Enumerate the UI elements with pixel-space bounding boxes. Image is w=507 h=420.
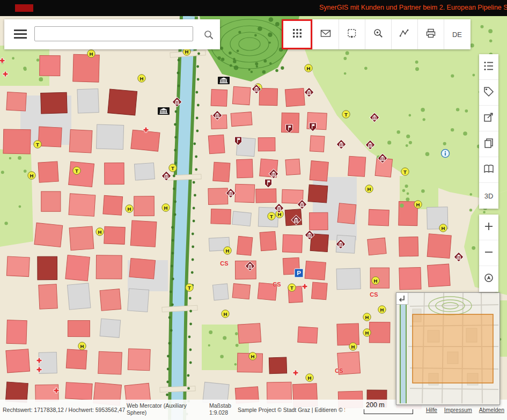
copy-button[interactable] xyxy=(479,131,498,157)
tram-stop-marker[interactable]: T xyxy=(288,284,296,291)
bus-stop-marker[interactable]: H xyxy=(96,228,104,235)
svg-text:H: H xyxy=(164,205,168,211)
search-panel xyxy=(4,19,220,49)
minus-icon xyxy=(483,246,495,260)
tram-stop-marker[interactable]: T xyxy=(268,212,275,220)
collapse-arrow-icon xyxy=(396,293,408,304)
help-link[interactable]: Hilfe xyxy=(426,407,437,413)
svg-text:H: H xyxy=(251,353,255,359)
svg-text:T: T xyxy=(344,112,348,117)
svg-text:H: H xyxy=(140,76,144,82)
printer-icon xyxy=(425,28,436,41)
bus-stop-marker[interactable]: H xyxy=(126,205,133,212)
legend-button[interactable] xyxy=(479,157,498,183)
zoom-out-button[interactable] xyxy=(479,240,498,266)
zoom-circle-icon xyxy=(373,28,384,41)
svg-text:CS: CS xyxy=(220,260,228,267)
bus-stop-marker[interactable]: H xyxy=(363,313,371,321)
imprint-link[interactable]: Impressum xyxy=(444,407,472,413)
logout-link[interactable]: Abmelden xyxy=(479,407,504,413)
civic-building-marker[interactable] xyxy=(218,77,230,84)
bus-stop-marker[interactable]: H xyxy=(372,277,379,284)
tram-stop-marker[interactable]: T xyxy=(342,110,350,118)
zoom-select-button[interactable] xyxy=(365,19,391,49)
projection-label: Web Mercator (Auxiliary Sphere) xyxy=(127,402,187,416)
tram-stop-marker[interactable]: T xyxy=(73,167,80,174)
bus-stop-marker[interactable]: H xyxy=(138,75,145,82)
bus-stop-marker[interactable]: H xyxy=(439,224,447,232)
svg-text:H: H xyxy=(226,248,230,254)
bus-stop-marker[interactable]: H xyxy=(224,247,231,254)
tram-stop-marker[interactable]: T xyxy=(34,141,41,148)
mail-icon xyxy=(320,28,331,41)
toc-button[interactable] xyxy=(479,54,498,80)
svg-text:H: H xyxy=(185,49,189,55)
overview-extent-box[interactable] xyxy=(413,314,493,383)
search-input[interactable] xyxy=(34,26,193,41)
tram-stop-marker[interactable]: T xyxy=(401,168,409,175)
svg-text:T: T xyxy=(75,168,78,174)
ticker-text: SynerGIS mit Kunden und Partner beim 2. … xyxy=(319,4,507,11)
cs-marker[interactable]: CS xyxy=(335,367,343,374)
inset-collapse-button[interactable] xyxy=(396,293,408,305)
tram-stop-marker[interactable]: T xyxy=(186,284,193,291)
search-icon[interactable] xyxy=(203,29,215,41)
language-button[interactable]: DE xyxy=(444,19,470,49)
locate-icon xyxy=(483,272,495,286)
zoom-controls xyxy=(479,215,498,292)
cs-marker[interactable]: CS xyxy=(220,260,228,267)
svg-text:H: H xyxy=(98,229,102,235)
zoom-in-button[interactable] xyxy=(479,215,498,240)
bus-stop-marker[interactable]: H xyxy=(222,310,229,318)
menu-button[interactable] xyxy=(13,27,28,41)
overview-map[interactable] xyxy=(396,292,500,405)
print-button[interactable] xyxy=(417,19,444,49)
locate-button[interactable] xyxy=(479,266,498,292)
language-label: DE xyxy=(452,31,462,39)
overview-map-canvas xyxy=(396,293,498,403)
bus-stop-marker[interactable]: H xyxy=(305,64,312,72)
apps-grid-icon xyxy=(292,28,303,41)
bus-stop-marker[interactable]: H xyxy=(349,343,357,350)
bus-stop-marker[interactable]: H xyxy=(28,172,35,179)
svg-text:H: H xyxy=(128,206,131,212)
copy-pages-icon xyxy=(483,137,495,151)
info-marker[interactable] xyxy=(442,150,450,158)
svg-text:H: H xyxy=(368,186,371,192)
svg-text:T: T xyxy=(188,285,191,291)
three-d-button[interactable]: 3D xyxy=(479,183,498,209)
bus-stop-marker[interactable]: H xyxy=(87,50,95,57)
svg-text:H: H xyxy=(90,51,93,57)
bus-stop-marker[interactable]: H xyxy=(306,374,313,381)
scale-readout: Maßstab 1:9.028 xyxy=(209,402,231,416)
news-ticker-bar: SynerGIS mit Kunden und Partner beim 2. … xyxy=(0,0,507,16)
ticker-badge xyxy=(15,4,33,12)
bus-stop-marker[interactable]: H xyxy=(78,342,86,350)
mail-button[interactable] xyxy=(312,19,339,49)
svg-text:H: H xyxy=(374,278,378,284)
svg-text:T: T xyxy=(36,142,39,148)
plus-icon xyxy=(483,220,495,234)
select-button[interactable] xyxy=(339,19,365,49)
cs-marker[interactable]: CS xyxy=(370,291,378,298)
svg-text:H: H xyxy=(30,173,34,179)
bus-stop-marker[interactable]: H xyxy=(365,185,373,193)
bus-stop-marker[interactable]: H xyxy=(414,201,422,208)
tram-stop-marker[interactable]: T xyxy=(169,164,177,172)
apps-button[interactable] xyxy=(282,19,312,49)
cs-marker[interactable]: CS xyxy=(273,281,281,288)
bus-stop-marker[interactable]: H xyxy=(162,204,170,211)
bus-stop-marker[interactable]: H xyxy=(249,352,256,360)
labels-button[interactable] xyxy=(479,80,498,106)
query-button[interactable] xyxy=(479,106,498,131)
svg-text:H: H xyxy=(442,225,445,231)
scalebar-bar xyxy=(364,409,413,414)
svg-text:P: P xyxy=(297,270,301,276)
civic-building-marker[interactable] xyxy=(158,107,170,115)
parking-marker[interactable]: P xyxy=(295,269,303,277)
bus-stop-marker[interactable]: H xyxy=(363,329,371,336)
measure-button[interactable] xyxy=(391,19,417,49)
svg-text:H: H xyxy=(365,330,369,336)
svg-text:H: H xyxy=(307,65,311,71)
bus-stop-marker[interactable]: H xyxy=(378,306,386,313)
